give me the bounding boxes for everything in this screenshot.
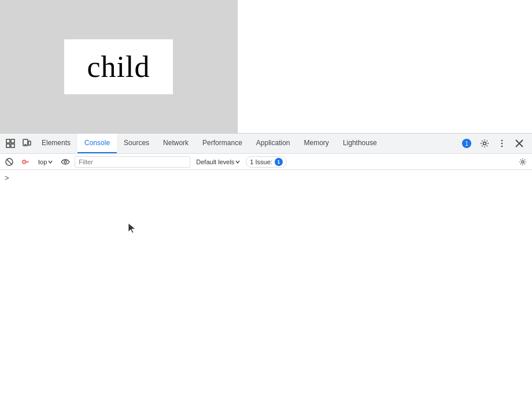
context-selector[interactable]: top [35,157,56,167]
issue-badge-num: 1 [465,141,468,147]
svg-point-16 [24,161,25,162]
chevron-down-icon [48,160,53,164]
console-settings-button[interactable] [516,155,530,169]
context-label: top [38,158,47,165]
issue-badge-button[interactable]: 1 [458,137,475,150]
svg-rect-3 [11,144,14,147]
issue-counter-dot: 1 [275,158,283,166]
tab-console-label: Console [84,139,110,147]
svg-point-9 [501,143,503,145]
devtools-settings-button[interactable] [476,135,493,152]
prompt-arrow-icon: > [5,173,9,182]
tab-application-label: Application [256,139,290,147]
tab-performance[interactable]: Performance [195,134,249,153]
devtools-right-icons: 1 [458,135,530,152]
devtools-tabs-bar: Elements Console Sources Network Perform… [0,134,532,154]
filter-toggle-button[interactable] [19,155,32,169]
issue-counter-button[interactable]: 1 Issue: 1 [246,156,287,168]
svg-point-8 [501,140,503,142]
issue-counter-num: 1 [277,159,280,165]
mouse-cursor [127,223,136,237]
browser-preview: child [0,0,237,133]
console-main-area [0,183,532,403]
svg-rect-2 [6,144,10,147]
console-output-area[interactable]: > [0,170,532,410]
tab-sources[interactable]: Sources [117,134,156,153]
svg-rect-1 [11,139,14,143]
clear-console-button[interactable] [2,155,16,169]
child-text: child [87,50,150,83]
console-prompt-row: > [0,172,532,183]
svg-rect-5 [28,141,31,145]
svg-point-19 [522,160,524,162]
live-expressions-button[interactable] [58,155,72,169]
svg-point-7 [483,142,486,145]
devtools-panel: Elements Console Sources Network Perform… [0,133,532,410]
tab-network-label: Network [163,139,189,147]
tab-lighthouse-label: Lighthouse [343,139,377,147]
svg-rect-0 [6,139,10,143]
tab-sources-label: Sources [124,139,149,147]
svg-line-14 [7,160,12,164]
chevron-down-icon-levels [235,160,240,164]
tab-elements[interactable]: Elements [35,134,77,153]
issue-badge-icon: 1 [462,139,471,148]
console-filter-input[interactable] [75,156,190,168]
tab-memory-label: Memory [304,139,329,147]
svg-point-18 [64,161,66,163]
device-toolbar-button[interactable] [19,135,35,152]
devtools-tab-list: Elements Console Sources Network Perform… [35,134,458,153]
tab-lighthouse[interactable]: Lighthouse [336,134,384,153]
console-toolbar: top Default levels 1 Issue: 1 [0,154,532,170]
tab-network[interactable]: Network [156,134,195,153]
tab-memory[interactable]: Memory [297,134,336,153]
tab-elements-label: Elements [42,139,71,147]
inspect-element-button[interactable] [2,135,19,152]
devtools-more-button[interactable] [494,135,510,152]
tab-application[interactable]: Application [249,134,297,153]
log-levels-label: Default levels [196,158,234,165]
right-preview-area [237,0,532,133]
issue-counter-text: 1 Issue: [250,158,272,165]
svg-point-10 [501,146,503,147]
child-element: child [64,39,173,94]
tab-console[interactable]: Console [77,134,117,153]
log-levels-selector[interactable]: Default levels [193,157,243,167]
tab-performance-label: Performance [202,139,242,147]
devtools-close-button[interactable] [511,135,527,152]
